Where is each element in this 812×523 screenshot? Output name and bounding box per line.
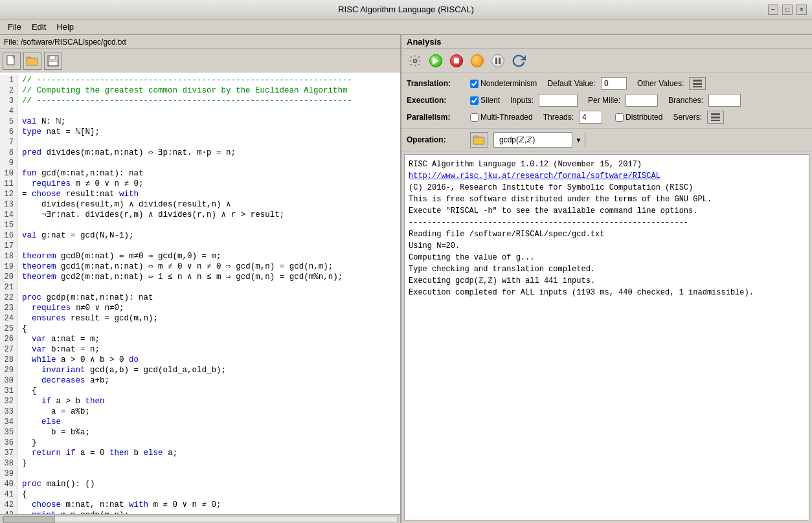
- code-line: 16val g:nat = gcd(N,N-1);: [0, 230, 400, 241]
- line-content: else: [18, 417, 61, 427]
- nondeterminism-checkbox-label[interactable]: Nondeterminism: [470, 79, 537, 88]
- distributed-label: Distributed: [626, 113, 662, 122]
- refresh-button[interactable]: [510, 52, 527, 69]
- code-line: 27 var b:nat = n;: [0, 344, 400, 355]
- nondeterminism-label: Nondeterminism: [480, 79, 537, 88]
- window-controls[interactable]: − □ ×: [768, 5, 807, 15]
- svg-rect-1: [27, 58, 38, 65]
- code-line: 41{: [0, 489, 400, 500]
- line-number: 11: [0, 179, 18, 189]
- code-line: 2// Computing the greatest common diviso…: [0, 85, 400, 96]
- line-number: 33: [0, 406, 18, 417]
- menu-help[interactable]: Help: [51, 21, 79, 33]
- analysis-controls: Translation: Nondeterminism Default Valu…: [401, 72, 812, 129]
- multi-threaded-checkbox[interactable]: [470, 113, 479, 122]
- code-line: 7: [0, 137, 400, 148]
- pause-button[interactable]: [490, 52, 506, 69]
- nondeterminism-checkbox[interactable]: [470, 80, 479, 88]
- open-file-button[interactable]: [23, 52, 41, 70]
- line-content: a = a%b;: [18, 406, 90, 417]
- line-number: 21: [0, 282, 18, 293]
- code-line: 17: [0, 241, 400, 251]
- code-line: 34 else: [0, 417, 400, 427]
- save-file-button[interactable]: [44, 52, 62, 70]
- code-line: 1// ------------------------------------…: [0, 75, 400, 85]
- distributed-checkbox-label[interactable]: Distributed: [615, 113, 662, 122]
- line-content: val g:nat = gcd(N,N-1);: [18, 230, 134, 241]
- debug-button[interactable]: [469, 52, 486, 69]
- line-number: 36: [0, 438, 18, 448]
- code-line: 22proc gcdp(m:nat,n:nat): nat: [0, 293, 400, 303]
- line-content: var b:nat = n;: [18, 344, 100, 355]
- output-line: (C) 2016-, Research Institute for Symbol…: [409, 182, 805, 194]
- translation-row: Translation: Nondeterminism Default Valu…: [407, 75, 807, 92]
- operation-dropdown[interactable]: gcdp(ℤ,ℤ) ▼: [493, 132, 585, 148]
- silent-checkbox[interactable]: [470, 96, 479, 105]
- line-content: {: [18, 386, 37, 396]
- distributed-checkbox[interactable]: [615, 113, 624, 122]
- other-values-label: Other Values:: [637, 79, 684, 88]
- line-number: 2: [0, 85, 18, 96]
- line-number: 12: [0, 189, 18, 199]
- line-content: {: [18, 324, 27, 334]
- line-number: 24: [0, 313, 18, 324]
- svg-rect-16: [473, 137, 484, 144]
- default-value-input[interactable]: [601, 77, 627, 90]
- svg-point-5: [414, 59, 417, 62]
- line-number: 31: [0, 386, 18, 396]
- horizontal-scrollbar[interactable]: [0, 514, 400, 523]
- line-content: theorem gcd0(m:nat) ⇔ m≠0 ⇒ gcd(m,0) = m…: [18, 251, 221, 262]
- operation-folder-button[interactable]: [470, 132, 488, 148]
- code-line: 42 choose m:nat, n:nat with m ≠ 0 ∨ n ≠ …: [0, 500, 400, 510]
- code-line: 9: [0, 158, 400, 168]
- code-line: 12= choose result:nat with: [0, 189, 400, 199]
- line-number: 17: [0, 241, 18, 251]
- file-path: File: /software/RISCAL/spec/gcd.txt: [4, 38, 126, 47]
- other-values-button[interactable]: [689, 77, 706, 90]
- translation-label: Translation:: [407, 79, 465, 88]
- output-line: Execution completed for ALL inputs (1193…: [409, 287, 805, 298]
- line-content: // -------------------------------------…: [18, 96, 352, 106]
- code-editor[interactable]: 1// ------------------------------------…: [0, 72, 400, 514]
- code-line: 29 invariant gcd(a,b) = gcd(old_a,old_b)…: [0, 365, 400, 375]
- line-content: theorem gcd2(m:nat,n:nat) ⇔ 1 ≤ n ∧ n ≤ …: [18, 272, 343, 282]
- per-mille-input[interactable]: [626, 94, 658, 107]
- threads-input[interactable]: [579, 111, 602, 124]
- branches-input[interactable]: [708, 94, 741, 107]
- multi-threaded-checkbox-label[interactable]: Multi-Threaded: [470, 113, 533, 122]
- svg-rect-9: [499, 58, 501, 64]
- svg-rect-12: [693, 86, 702, 87]
- servers-button[interactable]: [707, 111, 724, 124]
- new-file-button[interactable]: [3, 52, 21, 70]
- maximize-button[interactable]: □: [782, 5, 793, 15]
- code-line: 39: [0, 469, 400, 479]
- line-number: 41: [0, 489, 18, 500]
- code-line: 3// ------------------------------------…: [0, 96, 400, 106]
- silent-checkbox-label[interactable]: Silent: [470, 96, 500, 105]
- settings-button[interactable]: [407, 52, 423, 69]
- line-number: 14: [0, 210, 18, 220]
- code-line: 36 }: [0, 438, 400, 448]
- operation-dropdown-arrow[interactable]: ▼: [572, 132, 585, 148]
- line-number: 19: [0, 262, 18, 272]
- line-number: 35: [0, 427, 18, 438]
- menu-file[interactable]: File: [3, 21, 27, 33]
- close-button[interactable]: ×: [796, 5, 807, 15]
- code-line: 20theorem gcd2(m:nat,n:nat) ⇔ 1 ≤ n ∧ n …: [0, 272, 400, 282]
- pause-icon: [491, 54, 504, 67]
- minimize-button[interactable]: −: [768, 5, 778, 15]
- stop-button[interactable]: [448, 52, 465, 69]
- run-button[interactable]: [427, 52, 444, 69]
- code-line: 24 ensures result = gcd(m,n);: [0, 313, 400, 324]
- default-value-label: Default Value:: [547, 79, 596, 88]
- menu-edit[interactable]: Edit: [27, 21, 51, 33]
- scrollbar-thumb[interactable]: [3, 517, 55, 523]
- code-line: 6type nat = ℕ[N];: [0, 127, 400, 137]
- file-path-bar: File: /software/RISCAL/spec/gcd.txt: [0, 35, 400, 49]
- inputs-input[interactable]: [539, 94, 578, 107]
- multi-threaded-label: Multi-Threaded: [480, 113, 533, 122]
- line-content: ensures result = gcd(m,n);: [18, 313, 158, 324]
- scrollbar-track[interactable]: [3, 516, 398, 522]
- line-number: 4: [0, 106, 18, 117]
- line-content: return if a = 0 then b else a;: [18, 448, 177, 458]
